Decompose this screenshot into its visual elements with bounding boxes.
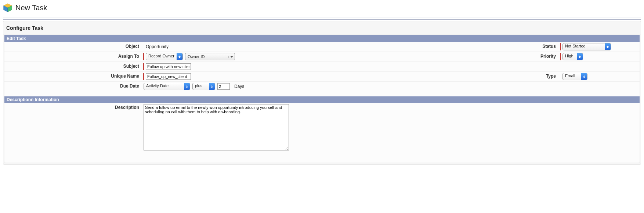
type-select-value: Email xyxy=(563,73,581,80)
status-select-value: Not Started xyxy=(563,43,605,50)
required-indicator xyxy=(143,63,144,70)
duedate-unit: Days xyxy=(234,84,244,89)
row-object-status: Object Opportunity Status Not Started xyxy=(4,42,640,52)
priority-select[interactable]: High xyxy=(562,53,583,60)
assignto-secondary-value: Owner ID xyxy=(185,54,228,59)
status-select[interactable]: Not Started xyxy=(562,43,611,50)
label-status: Status xyxy=(434,42,559,52)
section-edit-task: Edit Task xyxy=(4,35,640,42)
label-uniquename: Unique Name xyxy=(4,72,142,81)
chevron-updown-icon xyxy=(581,73,587,80)
chevron-updown-icon xyxy=(177,53,182,60)
description-textarea[interactable] xyxy=(144,104,289,150)
configure-task-title: Configure Task xyxy=(3,21,641,35)
row-duedate: Due Date Activity Date plus Days xyxy=(4,82,640,91)
chevron-down-icon xyxy=(228,56,235,58)
row-assignto-priority: Assign To Record Owner Owner ID Priority xyxy=(4,52,640,62)
label-subject: Subject xyxy=(4,62,142,71)
form-container: Edit Task Object Opportunity Status Not … xyxy=(4,35,640,163)
cube-icon xyxy=(3,3,12,13)
chevron-updown-icon xyxy=(209,83,215,90)
required-indicator xyxy=(560,53,561,60)
duedate-operator-select[interactable]: plus xyxy=(192,83,215,90)
subject-input[interactable] xyxy=(146,63,191,70)
type-select[interactable]: Email xyxy=(562,73,587,80)
required-indicator xyxy=(560,43,561,50)
value-object: Opportunity xyxy=(146,44,169,49)
label-duedate: Due Date xyxy=(4,82,142,91)
duedate-anchor-value: Activity Date xyxy=(144,83,184,90)
row-uniquename-type: Unique Name Type Email xyxy=(4,72,640,82)
duedate-anchor-select[interactable]: Activity Date xyxy=(144,83,190,90)
label-description: Description xyxy=(4,103,142,110)
uniquename-input[interactable] xyxy=(146,73,191,80)
header-rule-thin xyxy=(3,18,641,18)
label-assignto: Assign To xyxy=(4,52,142,61)
required-indicator xyxy=(143,53,144,60)
ctrl-object: Opportunity xyxy=(142,42,434,52)
label-type: Type xyxy=(434,72,559,81)
page-title: New Task xyxy=(15,4,47,12)
label-priority: Priority xyxy=(434,52,559,61)
chevron-updown-icon xyxy=(184,83,190,90)
header-rule-thick xyxy=(3,19,641,19)
priority-select-value: High xyxy=(563,53,577,60)
assignto-secondary-select[interactable]: Owner ID xyxy=(185,53,235,60)
chevron-updown-icon xyxy=(577,53,583,60)
assignto-primary-value: Record Owner xyxy=(146,53,177,60)
row-subject: Subject xyxy=(4,62,640,72)
duedate-offset-input[interactable] xyxy=(217,83,230,90)
chevron-updown-icon xyxy=(605,43,611,50)
page-header: New Task xyxy=(0,0,644,18)
configure-task-panel: Configure Task Edit Task Object Opportun… xyxy=(3,21,641,165)
label-object: Object xyxy=(4,42,142,52)
duedate-operator-value: plus xyxy=(193,83,209,90)
required-indicator xyxy=(143,73,144,80)
assignto-primary-select[interactable]: Record Owner xyxy=(146,53,183,60)
row-description: Description xyxy=(4,103,640,152)
section-description-info: Descriptionn Information xyxy=(4,96,640,103)
